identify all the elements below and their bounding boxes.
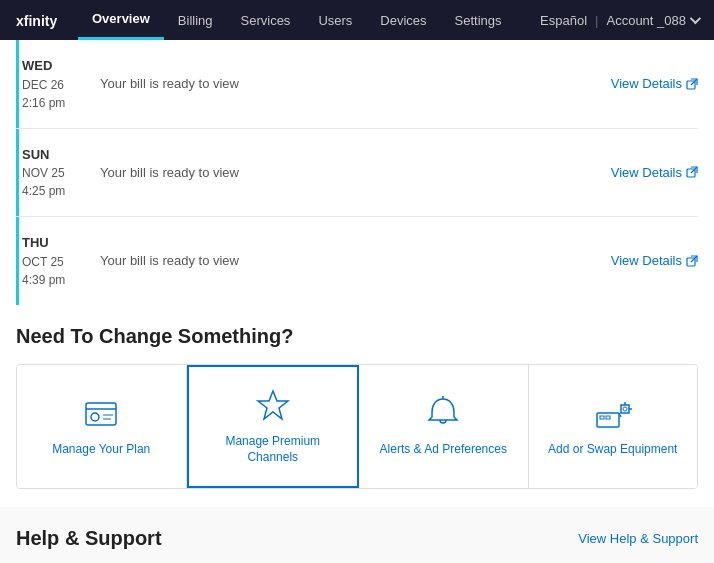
channels-icon xyxy=(253,387,293,423)
nav-settings[interactable]: Settings xyxy=(441,0,516,40)
external-link-icon-2 xyxy=(686,166,698,178)
bill-section: WED DEC 26 2:16 pm Your bill is ready to… xyxy=(0,40,714,305)
main-nav: xfinity Overview Billing Services Users … xyxy=(0,0,714,40)
card-premium-channels[interactable]: Manage Premium Channels xyxy=(187,365,360,489)
bill-date-2: SUN NOV 25 4:25 pm xyxy=(22,145,92,201)
bill-row-1: WED DEC 26 2:16 pm Your bill is ready to… xyxy=(16,40,698,129)
bill-date-3: THU OCT 25 4:39 pm xyxy=(22,233,92,289)
help-title: Help & Support xyxy=(16,527,162,550)
bill-row-2: SUN NOV 25 4:25 pm Your bill is ready to… xyxy=(16,129,698,218)
equipment-icon xyxy=(593,395,633,431)
bill-message-1: Your bill is ready to view xyxy=(92,76,611,91)
view-details-3[interactable]: View Details xyxy=(611,253,698,268)
main-content: WED DEC 26 2:16 pm Your bill is ready to… xyxy=(0,40,714,563)
language-link[interactable]: Español xyxy=(540,13,587,28)
svg-text:xfinity: xfinity xyxy=(16,13,57,29)
svg-line-2 xyxy=(691,79,697,85)
bill-message-2: Your bill is ready to view xyxy=(92,165,611,180)
svg-point-17 xyxy=(623,407,627,411)
card-plan-label: Manage Your Plan xyxy=(52,441,150,458)
nav-items: Overview Billing Services Users Devices … xyxy=(78,0,540,40)
nav-overview[interactable]: Overview xyxy=(78,0,164,40)
view-details-1[interactable]: View Details xyxy=(611,76,698,91)
card-alerts-label: Alerts & Ad Preferences xyxy=(380,441,507,458)
bill-row-3: THU OCT 25 4:39 pm Your bill is ready to… xyxy=(16,217,698,305)
svg-marker-12 xyxy=(258,391,288,419)
card-equipment-label: Add or Swap Equipment xyxy=(548,441,677,458)
view-details-2[interactable]: View Details xyxy=(611,165,698,180)
nav-billing[interactable]: Billing xyxy=(164,0,227,40)
nav-devices[interactable]: Devices xyxy=(366,0,440,40)
change-title: Need To Change Something? xyxy=(16,325,698,348)
svg-rect-14 xyxy=(597,413,619,427)
nav-services[interactable]: Services xyxy=(227,0,305,40)
card-manage-plan[interactable]: Manage Your Plan xyxy=(17,365,187,489)
external-link-icon-1 xyxy=(686,78,698,90)
svg-line-4 xyxy=(691,167,697,173)
change-section: Need To Change Something? Manage Your Pl… xyxy=(0,305,714,500)
plan-icon xyxy=(81,395,121,431)
bill-date-1: WED DEC 26 2:16 pm xyxy=(22,56,92,112)
help-section: Help & Support View Help & Support RECOM… xyxy=(0,507,714,563)
svg-line-6 xyxy=(691,256,697,262)
svg-point-9 xyxy=(91,413,99,421)
account-menu[interactable]: Account _088 xyxy=(606,13,698,28)
change-cards: Manage Your Plan Manage Premium Channels… xyxy=(16,364,698,490)
account-label: Account _088 xyxy=(606,13,686,28)
nav-right: Español | Account _088 xyxy=(540,13,698,28)
xfinity-logo: xfinity xyxy=(16,8,66,32)
bill-message-3: Your bill is ready to view xyxy=(92,253,611,268)
card-alerts[interactable]: Alerts & Ad Preferences xyxy=(359,365,529,489)
card-equipment[interactable]: Add or Swap Equipment xyxy=(529,365,698,489)
help-header: Help & Support View Help & Support xyxy=(16,527,698,550)
external-link-icon-3 xyxy=(686,255,698,267)
chevron-down-icon xyxy=(690,13,701,24)
svg-rect-7 xyxy=(86,403,116,425)
card-channels-label: Manage Premium Channels xyxy=(199,433,348,467)
nav-users[interactable]: Users xyxy=(304,0,366,40)
view-help-link[interactable]: View Help & Support xyxy=(578,531,698,546)
svg-rect-15 xyxy=(600,416,604,419)
svg-rect-16 xyxy=(606,416,610,419)
nav-divider: | xyxy=(595,13,598,28)
alerts-icon xyxy=(423,395,463,431)
